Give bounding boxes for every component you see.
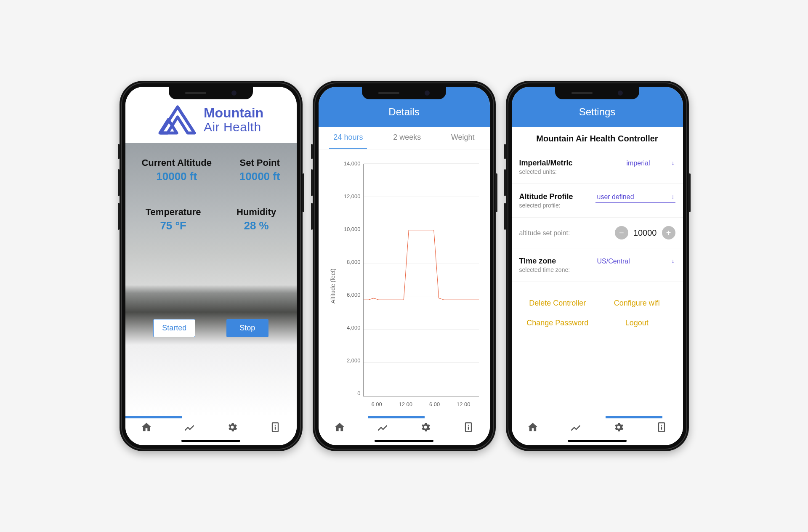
nav-chart-icon[interactable] [570, 421, 582, 435]
home-indicator[interactable] [181, 440, 240, 442]
phone-home: Mountain Air Health Current Altitude 100… [120, 81, 303, 451]
setpoint-increment[interactable]: + [662, 226, 675, 239]
nav-settings-icon[interactable] [226, 421, 238, 435]
current-alt-value: 10000 ft [141, 170, 212, 183]
nav-info-icon[interactable] [269, 421, 281, 435]
nav-info-icon[interactable] [462, 421, 474, 435]
nav-home-icon[interactable] [334, 421, 346, 435]
units-heading: Imperial/Metric [519, 159, 573, 168]
nav-home-icon[interactable] [141, 421, 152, 435]
current-alt-label: Current Altitude [141, 157, 212, 168]
tz-sub: selected time zone: [519, 266, 570, 273]
change-password-button[interactable]: Change Password [520, 319, 595, 327]
phone-settings: Settings Mountain Air Health Controller … [506, 81, 689, 451]
setpoint-label: altitude set point: [519, 229, 570, 237]
brand-line1: Mountain [204, 106, 263, 120]
home-main: Current Altitude 10000 ft Set Point 1000… [125, 143, 297, 416]
setpoint-decrement[interactable]: − [615, 226, 628, 239]
humidity-value: 28 % [237, 219, 276, 232]
started-button[interactable]: Started [153, 319, 195, 337]
delete-controller-button[interactable]: Delete Controller [520, 299, 595, 308]
set-point-value: 10000 ft [239, 170, 280, 183]
profile-heading: Altitude Profile [519, 192, 573, 201]
nav-chart-icon[interactable] [377, 421, 388, 435]
profile-select[interactable]: user defined [595, 192, 675, 203]
nav-chart-icon[interactable] [183, 421, 195, 435]
profile-sub: selected profile: [519, 202, 573, 209]
temperature-value: 75 °F [146, 219, 201, 232]
chart-ylabel: Altitude (feet) [327, 269, 339, 303]
home-indicator[interactable] [375, 440, 433, 442]
units-sub: selected units: [519, 168, 573, 175]
tab-2w[interactable]: 2 weeks [389, 127, 425, 149]
nav-home-icon[interactable] [527, 421, 539, 435]
units-select[interactable]: imperial [625, 159, 675, 169]
set-point-label: Set Point [239, 157, 280, 168]
tab-weight[interactable]: Weight [447, 127, 479, 149]
phone-details: Details 24 hours 2 weeks Weight Altitude… [313, 81, 496, 451]
details-tabs: 24 hours 2 weeks Weight [319, 127, 490, 149]
tab-24h[interactable]: 24 hours [329, 127, 367, 149]
tz-heading: Time zone [519, 257, 570, 266]
setpoint-value: 10000 [633, 228, 657, 238]
settings-title: Mountain Air Health Controller [512, 127, 683, 150]
nav-info-icon[interactable] [656, 421, 667, 435]
temperature-label: Temperature [146, 207, 201, 218]
nav-settings-icon[interactable] [613, 421, 625, 435]
nav-settings-icon[interactable] [420, 421, 431, 435]
logout-button[interactable]: Logout [599, 319, 675, 327]
home-indicator[interactable] [568, 440, 627, 442]
altitude-chart: Altitude (feet) 14,00012,00010,0008,0006… [319, 149, 490, 416]
stop-button[interactable]: Stop [226, 319, 268, 337]
humidity-label: Humidity [237, 207, 276, 218]
mountain-logo-icon [158, 105, 197, 135]
configure-wifi-button[interactable]: Configure wifi [599, 299, 675, 308]
brand-line2: Air Health [204, 120, 263, 134]
tz-select[interactable]: US/Central [595, 257, 675, 267]
